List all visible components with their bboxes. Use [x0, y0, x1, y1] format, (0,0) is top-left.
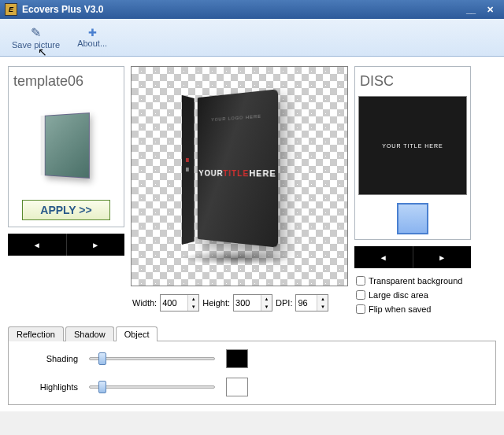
- shading-thumb[interactable]: [98, 352, 106, 365]
- highlights-thumb[interactable]: [98, 381, 106, 393]
- plus-icon: ✚: [88, 27, 97, 39]
- tabstrip: Reflection Shadow Object: [8, 323, 496, 341]
- canvas-panel: YOUR LOGO HERE YOURTITLEHERE Width: ▲▼ H…: [131, 66, 348, 319]
- minimize-button[interactable]: __: [461, 3, 480, 16]
- template-prev-button[interactable]: ◄: [8, 234, 66, 256]
- about-label: About...: [77, 39, 107, 48]
- shading-color-swatch[interactable]: [226, 349, 248, 368]
- close-button[interactable]: ✕: [480, 3, 499, 16]
- disc-thumbnail[interactable]: [397, 203, 428, 234]
- width-down[interactable]: ▼: [188, 303, 198, 311]
- flip-checkbox[interactable]: [356, 304, 365, 314]
- height-down[interactable]: ▼: [261, 303, 272, 311]
- titlebar: E Ecovers Plus V3.0 __ ✕: [0, 0, 504, 19]
- disc-nav: ◄ ►: [354, 246, 471, 268]
- transparent-checkbox[interactable]: [356, 276, 365, 286]
- save-picture-button[interactable]: ✎ Save picture: [3, 21, 69, 54]
- shading-row: Shading: [23, 349, 481, 368]
- window-title: Ecovers Plus V3.0: [22, 4, 461, 15]
- highlights-slider[interactable]: [89, 381, 215, 393]
- height-up[interactable]: ▲: [261, 295, 272, 303]
- dpi-input[interactable]: [296, 295, 317, 311]
- opt-large[interactable]: Large disc area: [356, 290, 469, 300]
- pencil-icon: ✎: [31, 25, 41, 40]
- opt-transparent[interactable]: Transparent background: [356, 276, 469, 286]
- save-picture-label: Save picture: [12, 40, 60, 50]
- mockup-3d: YOUR LOGO HERE YOURTITLEHERE: [176, 94, 302, 259]
- dpi-spinner[interactable]: ▲▼: [295, 294, 328, 312]
- mockup-body: YOUR LOGO HERE YOURTITLEHERE: [198, 89, 278, 248]
- mockup-logo-text: YOUR LOGO HERE: [198, 112, 278, 123]
- dpi-down[interactable]: ▼: [317, 303, 328, 311]
- disc-next-button[interactable]: ►: [413, 246, 472, 268]
- apply-button[interactable]: APPLY >>: [22, 200, 110, 220]
- large-disc-checkbox[interactable]: [356, 290, 365, 300]
- height-input[interactable]: [234, 295, 261, 311]
- shading-label: Shading: [23, 354, 78, 363]
- disc-preview-text: YOUR TITLE HERE: [382, 143, 443, 149]
- height-label: Height:: [202, 298, 230, 308]
- mockup-spine: [182, 95, 195, 245]
- disc-prev-button[interactable]: ◄: [354, 246, 413, 268]
- toolbar: ✎ Save picture ✚ About...: [0, 19, 504, 57]
- dpi-up[interactable]: ▲: [317, 295, 328, 303]
- template-title: template06: [9, 67, 124, 93]
- book-preview-icon: [45, 112, 90, 179]
- template-nav: ◄ ►: [8, 234, 124, 256]
- disc-preview: YOUR TITLE HERE: [358, 96, 467, 195]
- disc-options: Transparent background Large disc area F…: [354, 268, 471, 314]
- highlights-label: Highlights: [23, 382, 78, 392]
- tab-shadow[interactable]: Shadow: [65, 326, 114, 341]
- shading-slider[interactable]: [89, 352, 215, 365]
- width-spinner[interactable]: ▲▼: [160, 294, 199, 312]
- template-next-button[interactable]: ►: [66, 234, 125, 256]
- width-input[interactable]: [161, 295, 187, 311]
- tabs-area: Reflection Shadow Object Shading Highlig…: [0, 323, 504, 411]
- width-label: Width:: [132, 298, 157, 308]
- canvas[interactable]: YOUR LOGO HERE YOURTITLEHERE: [131, 66, 348, 286]
- mockup-shadow: [181, 251, 291, 265]
- mockup-title-text: YOURTITLEHERE: [198, 168, 278, 179]
- tab-object[interactable]: Object: [116, 326, 158, 341]
- disc-panel: DISC YOUR TITLE HERE: [354, 66, 471, 240]
- about-button[interactable]: ✚ About...: [69, 21, 116, 54]
- height-spinner[interactable]: ▲▼: [233, 294, 272, 312]
- highlights-color-swatch[interactable]: [226, 378, 248, 396]
- tab-reflection[interactable]: Reflection: [8, 326, 64, 341]
- size-bar: Width: ▲▼ Height: ▲▼ DPI: ▲▼: [131, 286, 348, 315]
- dpi-label: DPI:: [276, 298, 292, 308]
- template-preview: [17, 94, 116, 197]
- app-icon: E: [5, 3, 17, 16]
- highlights-row: Highlights: [23, 378, 481, 396]
- template-panel: template06 APPLY >>: [8, 66, 124, 227]
- width-up[interactable]: ▲: [188, 295, 198, 303]
- main-area: template06 APPLY >> ◄ ► YOUR LOGO HERE Y…: [0, 57, 504, 323]
- opt-flip[interactable]: Flip when saved: [356, 304, 469, 314]
- disc-title: DISC: [355, 67, 470, 93]
- tab-object-content: Shading Highlights: [8, 341, 496, 405]
